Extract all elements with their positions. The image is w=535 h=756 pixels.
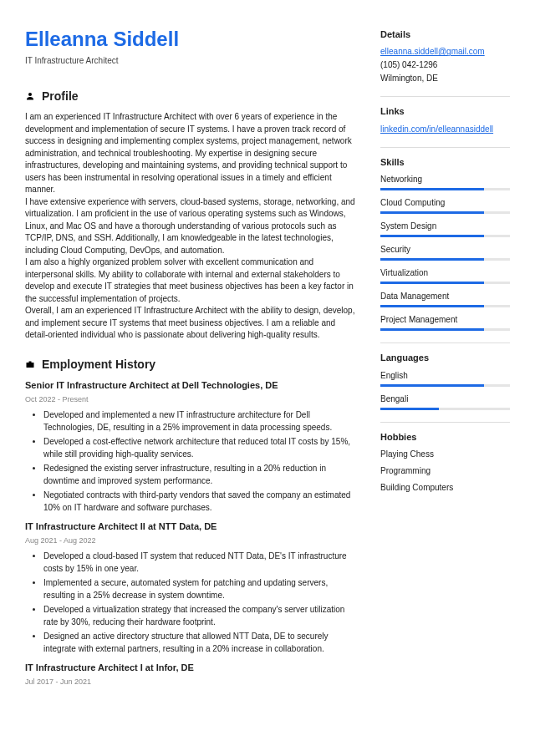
email-link[interactable]: elleanna.siddell@gmail.com: [380, 46, 510, 58]
job-bullets: Developed and implemented a new IT infra…: [25, 409, 357, 514]
job-bullet: Developed and implemented a new IT infra…: [43, 409, 357, 434]
skill-bar-fill: [380, 211, 484, 214]
language-item: Bengali: [380, 393, 510, 410]
skill-name: Data Management: [380, 291, 510, 302]
hobby-item: Playing Chess: [380, 449, 510, 460]
skill-name: System Design: [380, 221, 510, 232]
skill-name: Virtualization: [380, 267, 510, 279]
skill-bar: [380, 328, 510, 331]
job-entry: IT Infrastructure Architect I at Infor, …: [25, 662, 357, 687]
job-title: Senior IT Infrastructure Architect at De…: [25, 379, 357, 392]
job-bullet: Developed a cost-effective network archi…: [43, 436, 357, 460]
profile-paragraph: I have extensive experience with servers…: [25, 196, 357, 257]
language-bar: [380, 408, 510, 410]
job-dates: Jul 2017 - Jun 2021: [25, 677, 357, 688]
skill-item: Networking: [380, 174, 510, 190]
svg-point-0: [28, 93, 32, 96]
skill-bar: [380, 235, 510, 237]
language-name: English: [380, 370, 510, 382]
skill-item: Virtualization: [380, 267, 510, 284]
job-bullet: Negotiated contracts with third-party ve…: [43, 490, 357, 514]
location-text: Wilmington, DE: [380, 73, 510, 84]
skill-bar-fill: [380, 305, 484, 307]
job-bullet: Designed an active directory structure t…: [43, 631, 357, 655]
skill-item: System Design: [380, 221, 510, 237]
job-bullet: Redesigned the existing server infrastru…: [43, 463, 357, 487]
job-bullets: Developed a cloud-based IT system that r…: [25, 551, 357, 655]
hobby-item: Building Computers: [380, 482, 510, 494]
skill-bar: [380, 188, 510, 190]
skill-name: Cloud Computing: [380, 197, 510, 209]
links-heading: Links: [380, 96, 510, 118]
hobbies-heading: Hobbies: [380, 422, 510, 444]
language-bar: [380, 384, 510, 387]
employment-heading-text: Employment History: [42, 357, 155, 373]
details-heading: Details: [380, 28, 510, 41]
profile-paragraph: Overall, I am an experienced IT Infrastr…: [25, 305, 357, 342]
main-column: Elleanna Siddell IT Infrastructure Archi…: [25, 25, 357, 693]
skill-item: Project Management: [380, 314, 510, 331]
skill-bar-fill: [380, 235, 484, 237]
hobby-item: Programming: [380, 465, 510, 477]
profile-body: I am an experienced IT Infrastructure Ar…: [25, 111, 357, 342]
sidebar: Details elleanna.siddell@gmail.com (105)…: [380, 25, 510, 693]
skill-bar-fill: [380, 188, 484, 190]
skill-item: Security: [380, 244, 510, 261]
job-title: IT Infrastructure Architect II at NTT Da…: [25, 520, 357, 533]
skill-bar: [380, 305, 510, 307]
skills-heading: Skills: [380, 147, 510, 169]
details-block: Details elleanna.siddell@gmail.com (105)…: [380, 28, 510, 84]
skill-name: Security: [380, 244, 510, 256]
skill-bar-fill: [380, 282, 484, 284]
job-bullet: Developed a cloud-based IT system that r…: [43, 551, 357, 575]
language-item: English: [380, 370, 510, 387]
profile-paragraph: I am also a highly organized problem sol…: [25, 256, 357, 305]
language-bar-fill: [380, 408, 439, 410]
skill-name: Networking: [380, 174, 510, 185]
skill-bar: [380, 258, 510, 261]
job-dates: Aug 2021 - Aug 2022: [25, 535, 357, 546]
svg-rect-2: [29, 362, 32, 363]
skill-item: Data Management: [380, 291, 510, 307]
skill-bar: [380, 211, 510, 214]
job-bullet: Developed a virtualization strategy that…: [43, 604, 357, 628]
person-name: Elleanna Siddell: [25, 25, 357, 53]
person-icon: [25, 91, 35, 101]
languages-block: Languages EnglishBengali: [380, 342, 510, 409]
skill-bar-fill: [380, 328, 484, 331]
jobs-list: Senior IT Infrastructure Architect at De…: [25, 379, 357, 687]
job-entry: Senior IT Infrastructure Architect at De…: [25, 379, 357, 514]
profile-heading-text: Profile: [42, 89, 79, 105]
languages-heading: Languages: [380, 342, 510, 364]
resume-page: Elleanna Siddell IT Infrastructure Archi…: [0, 0, 535, 693]
person-title: IT Infrastructure Architect: [25, 55, 357, 67]
language-name: Bengali: [380, 393, 510, 405]
language-bar-fill: [380, 384, 484, 387]
skills-block: Skills NetworkingCloud ComputingSystem D…: [380, 147, 510, 331]
job-entry: IT Infrastructure Architect II at NTT Da…: [25, 520, 357, 655]
linkedin-link[interactable]: linkedin.com/in/elleannasiddell: [380, 124, 510, 135]
svg-rect-1: [27, 363, 34, 368]
skill-item: Cloud Computing: [380, 197, 510, 214]
briefcase-icon: [25, 359, 35, 369]
job-bullet: Implemented a secure, automated system f…: [43, 577, 357, 601]
skill-name: Project Management: [380, 314, 510, 326]
skill-bar: [380, 282, 510, 284]
profile-paragraph: I am an experienced IT Infrastructure Ar…: [25, 111, 357, 196]
hobbies-block: Hobbies Playing ChessProgrammingBuilding…: [380, 422, 510, 494]
phone-text: (105) 042-1296: [380, 59, 510, 71]
job-title: IT Infrastructure Architect I at Infor, …: [25, 662, 357, 674]
links-block: Links linkedin.com/in/elleannasiddell: [380, 96, 510, 134]
job-dates: Oct 2022 - Present: [25, 394, 357, 405]
profile-heading: Profile: [25, 89, 357, 105]
employment-heading: Employment History: [25, 357, 357, 373]
skill-bar-fill: [380, 258, 484, 261]
